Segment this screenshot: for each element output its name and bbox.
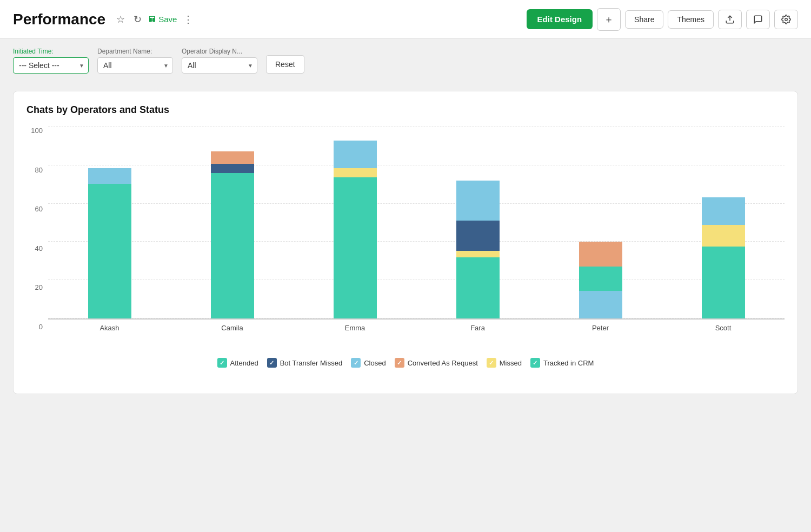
header: Performance ☆ ↻ 🖬 Save ⋮ Edit Design ＋ S… (0, 0, 811, 39)
bar-segment-converted-as-request (211, 151, 254, 164)
y-label-0: 0 (39, 323, 43, 331)
x-label-emma: Emma (294, 324, 416, 332)
bar-segment-converted-as-request (579, 242, 622, 266)
page-title: Performance (13, 11, 105, 28)
edit-design-button[interactable]: Edit Design (527, 9, 593, 29)
legend-label: Converted As Request (408, 359, 478, 367)
bar-segment-closed (88, 168, 131, 183)
legend-item-converted-as-request: ✓Converted As Request (395, 358, 478, 368)
bar-group-scott (662, 197, 785, 318)
x-label-camila: Camila (171, 324, 294, 332)
settings-icon[interactable] (774, 10, 798, 29)
comment-icon[interactable] (746, 10, 770, 29)
y-label-100: 100 (31, 127, 43, 135)
bar-stack-emma (334, 141, 377, 318)
bar-group-akash (48, 168, 171, 318)
svg-point-1 (785, 18, 788, 21)
department-name-select[interactable]: All (97, 57, 173, 74)
header-icon-group: ☆ ↻ 🖬 Save ⋮ (114, 11, 195, 28)
bar-stack-camila (211, 151, 254, 318)
bar-segment-attended (211, 173, 254, 318)
chart-card: Chats by Operators and Status 100 80 60 … (13, 91, 798, 394)
bars-container (48, 127, 785, 320)
bar-segment-closed (334, 141, 377, 168)
export-icon[interactable] (718, 10, 742, 29)
save-icon: 🖬 (148, 15, 156, 24)
reset-button[interactable]: Reset (266, 55, 304, 74)
chart-title: Chats by Operators and Status (26, 104, 785, 116)
refresh-icon[interactable]: ↻ (131, 11, 144, 28)
y-label-80: 80 (35, 166, 43, 174)
bar-stack-peter (579, 242, 622, 318)
legend: ✓Attended✓Bot Transfer Missed✓Closed✓Con… (26, 349, 785, 368)
bar-stack-fara (456, 181, 500, 318)
more-options-icon[interactable]: ⋮ (181, 11, 195, 28)
filters-bar: Initiated Time: --- Select --- Departmen… (0, 39, 811, 82)
operator-display-select[interactable]: All (182, 57, 257, 74)
initiated-time-select[interactable]: --- Select --- (13, 57, 89, 74)
legend-check-icon: ✓ (487, 358, 496, 368)
operator-display-filter: Operator Display N... All (182, 48, 257, 74)
bar-segment-bot-transfer-missed (456, 221, 500, 251)
bar-segment-attended (88, 184, 131, 318)
x-label-scott: Scott (662, 324, 785, 332)
legend-check-icon: ✓ (267, 358, 277, 368)
department-name-filter: Department Name: All (97, 48, 173, 74)
department-name-select-wrapper: All (97, 57, 173, 74)
star-icon[interactable]: ☆ (114, 11, 127, 28)
bar-stack-scott (702, 197, 745, 318)
initiated-time-filter: Initiated Time: --- Select --- (13, 48, 89, 74)
y-axis: 100 80 60 40 20 0 (26, 127, 48, 332)
bar-segment-closed (579, 291, 622, 318)
share-button[interactable]: Share (625, 10, 663, 29)
x-label-fara: Fara (416, 324, 539, 332)
bar-segment-bot-transfer-missed (211, 164, 254, 173)
legend-label: Missed (500, 359, 522, 367)
bar-stack-akash (88, 168, 131, 318)
bar-group-fara (416, 181, 539, 318)
legend-label: Closed (364, 359, 385, 367)
header-actions: Edit Design ＋ Share Themes (527, 8, 798, 31)
chart-content: AkashCamilaEmmaFaraPeterScott (48, 127, 785, 332)
legend-item-tracked-in-crm: ✓Tracked in CRM (530, 358, 594, 368)
department-name-label: Department Name: (97, 48, 173, 55)
bar-segment-missed (334, 168, 377, 177)
operator-display-label: Operator Display N... (182, 48, 257, 55)
bar-segment-attended (702, 247, 745, 318)
legend-item-closed: ✓Closed (351, 358, 385, 368)
y-label-40: 40 (35, 244, 43, 252)
chart-inner: 100 80 60 40 20 0 (26, 127, 785, 332)
bar-group-peter (539, 242, 662, 318)
bar-segment-closed (456, 181, 500, 221)
legend-label: Tracked in CRM (543, 359, 594, 367)
operator-display-select-wrapper: All (182, 57, 257, 74)
initiated-time-label: Initiated Time: (13, 48, 89, 55)
initiated-time-select-wrapper: --- Select --- (13, 57, 89, 74)
y-label-20: 20 (35, 283, 43, 291)
save-button[interactable]: 🖬 Save (148, 15, 177, 24)
legend-label: Attended (230, 359, 258, 367)
bar-group-emma (294, 141, 416, 318)
y-label-60: 60 (35, 205, 43, 213)
bar-group-camila (171, 151, 294, 318)
x-label-peter: Peter (539, 324, 662, 332)
bar-segment-attended (456, 257, 500, 318)
add-button[interactable]: ＋ (597, 8, 621, 31)
legend-label: Bot Transfer Missed (280, 359, 343, 367)
legend-check-icon: ✓ (351, 358, 361, 368)
themes-button[interactable]: Themes (668, 10, 714, 29)
bar-segment-missed (702, 225, 745, 247)
legend-check-icon: ✓ (217, 358, 227, 368)
legend-item-attended: ✓Attended (217, 358, 258, 368)
bar-segment-missed (456, 251, 500, 257)
legend-check-icon: ✓ (395, 358, 404, 368)
grid-line-80 (48, 165, 785, 165)
x-labels: AkashCamilaEmmaFaraPeterScott (48, 320, 785, 332)
legend-item-missed: ✓Missed (487, 358, 522, 368)
legend-item-bot-transfer-missed: ✓Bot Transfer Missed (267, 358, 343, 368)
grid-line-top (48, 127, 785, 127)
legend-check-icon: ✓ (530, 358, 540, 368)
bar-segment-attended (334, 177, 377, 318)
x-label-akash: Akash (48, 324, 171, 332)
bar-segment-closed (702, 197, 745, 225)
